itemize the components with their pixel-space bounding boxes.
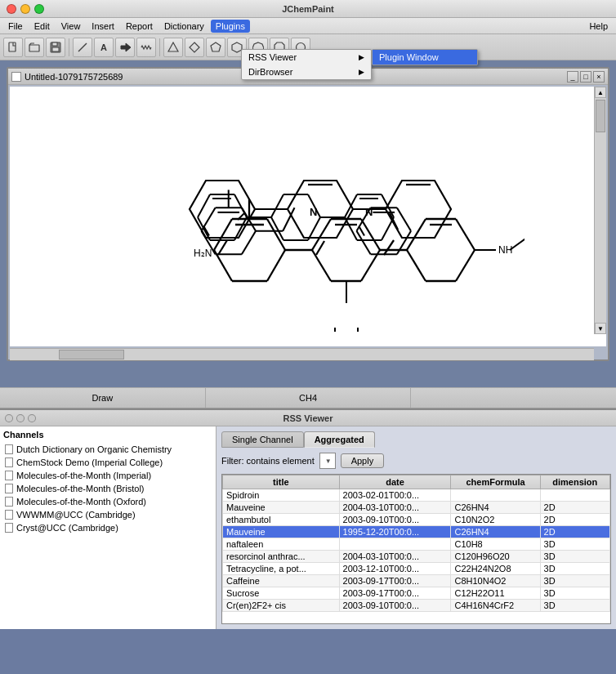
scroll-down-button[interactable]: ▼ <box>595 323 606 334</box>
cell-date: 2003-09-10T00:0... <box>339 600 451 612</box>
tab-single-channel[interactable]: Single Channel <box>221 431 304 448</box>
channel-molecules-imperial[interactable]: Molecules-of-the-Month (Imperial) <box>3 469 212 482</box>
rss-window-controls[interactable] <box>5 414 36 422</box>
pentagon-button[interactable] <box>206 38 225 57</box>
channels-header: Channels <box>3 430 212 440</box>
table-row[interactable]: Caffeine2003-09-17T00:0...C8H10N4O23D <box>223 575 610 587</box>
menu-dictionary[interactable]: Dictionary <box>159 20 209 33</box>
col-date[interactable]: date <box>339 475 451 489</box>
channel-icon <box>5 458 13 467</box>
tab-aggregated[interactable]: Aggregated <box>304 431 375 448</box>
menu-insert[interactable]: Insert <box>87 20 119 33</box>
plugins-menu-rss[interactable]: RSS Viewer ▶ <box>242 50 371 65</box>
maximize-button[interactable] <box>34 4 44 14</box>
minimize-button[interactable] <box>20 4 30 14</box>
col-dimension[interactable]: dimension <box>540 475 609 489</box>
menu-bar: File Edit View Insert Report Dictionary … <box>0 18 616 34</box>
zoom-button[interactable]: □ <box>580 71 591 83</box>
table-row[interactable]: Mauveine1995-12-20T00:0...C26HN42D <box>223 526 610 538</box>
channel-molecules-oxford[interactable]: Molecules-of-the-Month (Oxford) <box>3 495 212 508</box>
cell-date: 1995-12-20T00:0... <box>339 526 451 538</box>
horizontal-scrollbar[interactable] <box>10 348 594 360</box>
draw-line-button[interactable] <box>73 38 92 57</box>
data-table-container[interactable]: title date chemFormula dimension Spidroi… <box>221 474 611 624</box>
scroll-up-button[interactable]: ▲ <box>595 87 606 98</box>
submenu-arrow: ▶ <box>359 53 364 61</box>
plugins-menu-dirbrowser[interactable]: DirBrowser ▶ <box>242 65 371 79</box>
ring1-icon <box>167 42 179 53</box>
rss-min-btn[interactable] <box>16 414 25 422</box>
diamond-button[interactable] <box>185 38 204 57</box>
table-row[interactable]: resorcinol anthrac...2004-03-10T00:0...C… <box>223 551 610 563</box>
table-row[interactable]: Tetracycline, a pot...2003-12-10T00:0...… <box>223 563 610 575</box>
menu-file[interactable]: File <box>3 20 28 33</box>
svg-text:N: N <box>310 206 317 218</box>
channel-dutch-dict[interactable]: Dutch Dictionary on Organic Chemistry <box>3 443 212 456</box>
menu-help[interactable]: Help <box>584 20 613 33</box>
col-chemformula[interactable]: chemFormula <box>451 475 540 489</box>
channel-cryst[interactable]: Cryst@UCC (Cambridge) <box>3 521 212 534</box>
menu-view[interactable]: View <box>56 20 86 33</box>
cell-date: 2003-12-10T00:0... <box>339 563 451 575</box>
save-button[interactable] <box>46 38 65 57</box>
wave-button[interactable] <box>136 38 156 57</box>
menu-edit[interactable]: Edit <box>29 20 55 33</box>
channel-vwwmm[interactable]: VWWMM@UCC (Cambridge) <box>3 508 212 521</box>
apply-button[interactable]: Apply <box>341 453 385 468</box>
svg-line-36 <box>308 217 320 240</box>
channel-molecules-bristol[interactable]: Molecules-of-the-Month (Bristol) <box>3 482 212 495</box>
cell-dimension: 3D <box>540 538 609 551</box>
svg-line-81 <box>312 250 331 281</box>
svg-line-107 <box>510 235 524 250</box>
cell-dimension: 3D <box>540 563 609 575</box>
triangle-button[interactable] <box>163 38 183 57</box>
cell-title: Mauveine <box>223 502 340 514</box>
text-button[interactable]: A <box>94 38 114 57</box>
window-controls[interactable] <box>7 4 44 14</box>
vertical-scrollbar[interactable]: ▲ ▼ <box>594 87 606 334</box>
rss-close-btn[interactable] <box>5 414 13 422</box>
table-row[interactable]: ethambutol2003-09-10T00:0...C10N2O22D <box>223 514 610 526</box>
shade-button[interactable]: _ <box>567 71 578 83</box>
svg-line-43 <box>382 217 394 240</box>
cell-date: 2003-02-01T00:0... <box>339 489 451 502</box>
table-row[interactable]: Sucrose2003-09-17T00:0...C12H22O113D <box>223 587 610 600</box>
table-row[interactable]: Spidroin2003-02-01T00:0... <box>223 489 610 502</box>
svg-rect-4 <box>52 47 59 51</box>
scroll-thumb-v[interactable] <box>596 100 605 132</box>
svg-line-83 <box>316 241 324 255</box>
menu-plugins[interactable]: Plugins <box>211 20 250 33</box>
doc-controls[interactable]: _ □ × <box>567 71 605 83</box>
plugin-window-item[interactable]: Plugin Window <box>373 50 477 65</box>
svg-line-45 <box>345 217 357 240</box>
tab-draw[interactable]: Draw <box>0 388 206 408</box>
scroll-thumb-h[interactable] <box>59 350 124 359</box>
cell-chemFormula: C26HN4 <box>451 526 540 538</box>
channel-chemstock[interactable]: ChemStock Demo (Imperial College) <box>3 456 212 469</box>
tab-ch4[interactable]: CH4 <box>206 388 412 408</box>
cell-date: 2003-09-10T00:0... <box>339 514 451 526</box>
close-doc-button[interactable]: × <box>593 71 605 83</box>
filter-dropdown[interactable]: ▼ <box>319 453 336 469</box>
col-title[interactable]: title <box>223 475 340 489</box>
close-button[interactable] <box>7 4 16 14</box>
svg-line-24 <box>198 194 210 217</box>
wave-icon <box>141 42 152 53</box>
submenu-arrow2: ▶ <box>359 68 364 76</box>
open-button[interactable] <box>25 38 44 57</box>
menu-report[interactable]: Report <box>121 20 158 33</box>
canvas-area[interactable]: N N NH <box>10 87 606 346</box>
new-file-button[interactable] <box>3 38 23 57</box>
rss-max-btn[interactable] <box>28 414 36 422</box>
svg-marker-7 <box>168 42 178 51</box>
table-row[interactable]: Cr(en)2F2+ cis2003-09-10T00:0...C4H16N4C… <box>223 600 610 612</box>
table-row[interactable]: naftaleenC10H83D <box>223 538 610 551</box>
cell-chemFormula: C22H24N2O8 <box>451 563 540 575</box>
new-file-icon <box>7 42 19 53</box>
rss-main: Single Channel Aggregated Filter: contai… <box>216 426 616 629</box>
chevron-down-icon: ▼ <box>325 458 332 465</box>
cell-title: Tetracycline, a pot... <box>223 563 340 575</box>
arrow-button[interactable] <box>115 38 135 57</box>
table-row[interactable]: Mauveine2004-03-10T00:0...C26HN42D <box>223 502 610 514</box>
cell-title: naftaleen <box>223 538 340 551</box>
